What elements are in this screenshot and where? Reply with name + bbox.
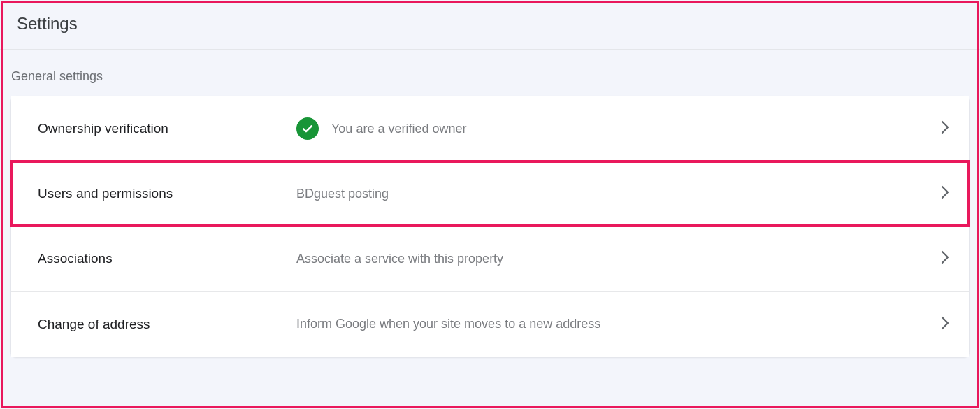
chevron-right-icon [941, 120, 949, 137]
chevron-right-icon [941, 250, 949, 267]
row-label: Users and permissions [38, 186, 296, 201]
general-settings-card: Ownership verification You are a verifie… [11, 96, 969, 357]
row-value-text: You are a verified owner [331, 122, 466, 136]
section-label-general: General settings [0, 50, 980, 96]
row-value-text: Inform Google when your site moves to a … [296, 317, 600, 331]
verified-check-icon [296, 117, 319, 140]
row-value: Inform Google when your site moves to a … [296, 317, 941, 331]
row-ownership-verification[interactable]: Ownership verification You are a verifie… [11, 96, 969, 162]
row-value: Associate a service with this property [296, 252, 941, 266]
row-value-text: Associate a service with this property [296, 252, 503, 266]
row-value: BDguest posting [296, 187, 941, 201]
row-label: Associations [38, 251, 296, 266]
row-label: Change of address [38, 317, 296, 332]
row-users-and-permissions[interactable]: Users and permissions BDguest posting [11, 162, 969, 227]
settings-page: Settings General settings Ownership veri… [0, 0, 980, 409]
chevron-right-icon [941, 316, 949, 333]
row-associations[interactable]: Associations Associate a service with th… [11, 227, 969, 292]
row-value: You are a verified owner [296, 117, 941, 140]
row-value-text: BDguest posting [296, 187, 389, 201]
row-label: Ownership verification [38, 121, 296, 136]
page-title: Settings [0, 0, 980, 50]
chevron-right-icon [941, 185, 949, 202]
row-change-of-address[interactable]: Change of address Inform Google when you… [11, 292, 969, 357]
